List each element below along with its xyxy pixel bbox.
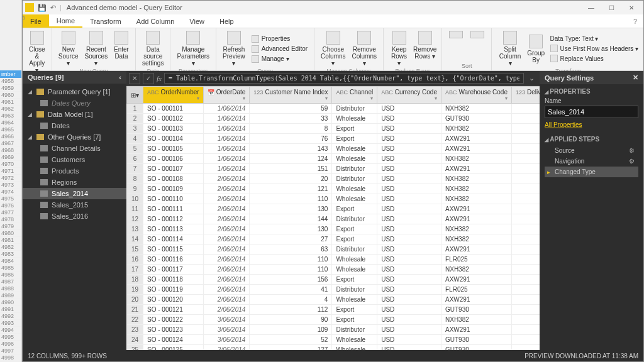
minimize-button[interactable]: — [582,2,601,13]
table-row[interactable]: 1SO - 0001011/06/201459DistributorUSDNXH… [127,104,540,114]
all-properties-link[interactable]: All Properties [545,121,582,128]
group-by-button[interactable]: Group By [526,33,547,65]
data-type-dropdown[interactable]: Data Type: Text ▾ [548,34,641,43]
manage-query-button[interactable]: Manage ▾ [249,54,310,64]
data-grid[interactable]: ⊞▾ABCOrderNumber▾📅OrderDate▾123Customer … [126,86,540,350]
query-group[interactable]: ◢Parameter Query [1] [23,86,126,97]
table-row[interactable]: 18SO - 0001182/06/2014156ExportUSDAXW291 [127,275,540,285]
column-header[interactable]: ABCCurrency Code▾ [377,87,441,104]
tab-home[interactable]: Home [49,14,82,28]
sort-asc-button[interactable] [446,30,466,41]
recent-sources-button[interactable]: Recent Sources ▾ [82,30,110,68]
remove-columns-button[interactable]: Remove Columns ▾ [350,30,379,68]
table-row[interactable]: 12SO - 0001122/06/2014144DistributorUSDA… [127,214,540,224]
applied-steps-title: APPLIED STEPS [545,136,638,143]
maximize-button[interactable]: ☐ [602,2,621,13]
query-item[interactable]: Channel Details [23,143,126,154]
column-header[interactable]: 123Delivery Region▾ [511,87,540,104]
ext-row: 4974 [0,189,21,195]
choose-columns-button[interactable]: Choose Columns ▾ [318,30,348,68]
split-column-button[interactable]: Split Column ▾ [496,30,525,68]
ext-row: 4977 [0,209,21,216]
tab-help[interactable]: Help [212,14,242,28]
column-header[interactable]: ABCChannel▾ [332,87,377,104]
table-row[interactable]: 11SO - 0001112/06/2014130ExportUSDAXW291 [127,204,540,214]
refresh-preview-button[interactable]: Refresh Preview ▾ [220,30,248,68]
window-title: Advanced demo model - Query Editor [67,4,582,11]
applied-step[interactable]: Navigation⚙ [545,156,638,167]
qat-save-icon[interactable]: 💾 [38,4,47,12]
tab-add-column[interactable]: Add Column [129,14,182,28]
table-row[interactable]: 21SO - 0001212/06/2014112ExportUSDGUT930 [127,305,540,315]
table-row[interactable]: 15SO - 0001152/06/201463DistributorUSDAX… [127,244,540,255]
table-row[interactable]: 20SO - 0001202/06/20144WholesaleUSDAXW29… [127,295,540,305]
table-row[interactable]: 19SO - 0001192/06/201441DistributorUSDFL… [127,285,540,295]
formula-dropdown-icon[interactable]: ⌄ [526,74,537,82]
properties-button[interactable]: Properties [249,34,310,44]
table-row[interactable]: 7SO - 0001071/06/2014151DistributorUSDAX… [127,164,540,174]
manage-parameters-button[interactable]: Manage Parameters ▾ [174,30,212,68]
gear-icon[interactable]: ⚙ [629,158,635,165]
column-header[interactable]: ABCOrderNumber▾ [143,87,204,104]
table-row[interactable]: 14SO - 0001142/06/201427ExportUSDNXH382 [127,234,540,244]
column-header[interactable]: 123Customer Name Index▾ [250,87,332,104]
close-button[interactable]: ✕ [622,2,641,13]
row-header-corner[interactable]: ⊞▾ [127,87,143,104]
query-group[interactable]: ◢Data Model [1] [23,109,126,120]
new-source-button[interactable]: New Source ▾ [56,30,81,68]
table-row[interactable]: 24SO - 0001243/06/201452WholesaleUSDGUT9… [127,335,540,345]
remove-rows-button[interactable]: Remove Rows ▾ [412,30,438,68]
gear-icon[interactable]: ⚙ [629,147,635,154]
fx-icon[interactable]: fx [157,75,162,82]
applied-step[interactable]: Changed Type [545,167,638,177]
cancel-formula-button[interactable]: ✕ [129,73,140,84]
table-row[interactable]: 6SO - 0001061/06/2014124WholesaleUSDNXH3… [127,154,540,164]
column-header[interactable]: ABCWarehouse Code▾ [441,87,511,104]
query-item[interactable]: Dates Query [23,97,126,109]
table-row[interactable]: 9SO - 0001092/06/2014121WholesaleUSDNXH3… [127,184,540,194]
table-row[interactable]: 8SO - 0001082/06/201420DistributorUSDNXH… [127,174,540,184]
query-item[interactable]: Regions [23,177,126,188]
query-name-input[interactable] [545,106,638,118]
table-row[interactable]: 3SO - 0001031/06/20148ExportUSDNXH382 [127,124,540,134]
table-row[interactable]: 22SO - 0001223/06/201490ExportUSDNXH382 [127,315,540,325]
close-settings-icon[interactable]: ✕ [633,74,638,82]
table-row[interactable]: 13SO - 0001132/06/2014130ExportUSDNXH382 [127,224,540,234]
query-item[interactable]: Dates [23,120,126,131]
query-item[interactable]: Sales_2014 [23,188,126,199]
advanced-editor-button[interactable]: Advanced Editor [249,44,310,54]
keep-rows-button[interactable]: Keep Rows ▾ [387,30,411,68]
ext-row: 4984 [0,258,21,265]
help-icon[interactable]: ? [626,14,643,28]
query-group[interactable]: ◢Other Queries [7] [23,131,126,143]
accept-formula-button[interactable]: ✓ [143,73,154,84]
table-row[interactable]: 10SO - 0001102/06/2014110WholesaleUSDNXH… [127,194,540,204]
tab-transform[interactable]: Transform [82,14,129,28]
table-row[interactable]: 2SO - 0001021/06/201433WholesaleUSDGUT93… [127,114,540,124]
formula-input[interactable] [164,73,524,84]
replace-values-button[interactable]: Replace Values [548,53,641,63]
query-item[interactable]: Customers [23,154,126,165]
tab-view[interactable]: View [182,14,212,28]
ext-row: 4997 [0,348,21,354]
table-row[interactable]: 17SO - 0001172/06/2014110WholesaleUSDNXH… [127,265,540,275]
first-row-headers-button[interactable]: Use First Row as Headers ▾ [548,43,641,53]
column-header[interactable]: 📅OrderDate▾ [203,87,250,104]
table-row[interactable]: 23SO - 0001233/06/2014109DistributorUSDA… [127,325,540,335]
data-source-settings-button[interactable]: Data source settings [140,30,166,68]
settings-header: Query Settings [545,74,594,82]
sort-desc-button[interactable] [467,30,487,41]
table-row[interactable]: 5SO - 0001051/06/2014143WholesaleUSDAXW2… [127,144,540,154]
query-item[interactable]: Sales_2015 [23,199,126,211]
query-item[interactable]: Products [23,165,126,177]
table-row[interactable]: 4SO - 0001041/06/201476ExportUSDAXW291 [127,134,540,144]
table-row[interactable]: 25SO - 0001253/06/2014127WholesaleUSDGUT… [127,345,540,351]
qat-undo-icon[interactable]: ↶ [50,4,56,12]
enter-data-button[interactable]: Enter Data [111,30,131,68]
query-item[interactable]: Sales_2016 [23,211,126,222]
close-apply-button[interactable]: Close & Apply ▾ [26,30,48,75]
tab-file[interactable]: File [23,14,49,28]
applied-step[interactable]: Source⚙ [545,145,638,156]
table-row[interactable]: 16SO - 0001162/06/2014110WholesaleUSDFLR… [127,255,540,265]
collapse-queries-icon[interactable]: ‹ [119,74,121,81]
